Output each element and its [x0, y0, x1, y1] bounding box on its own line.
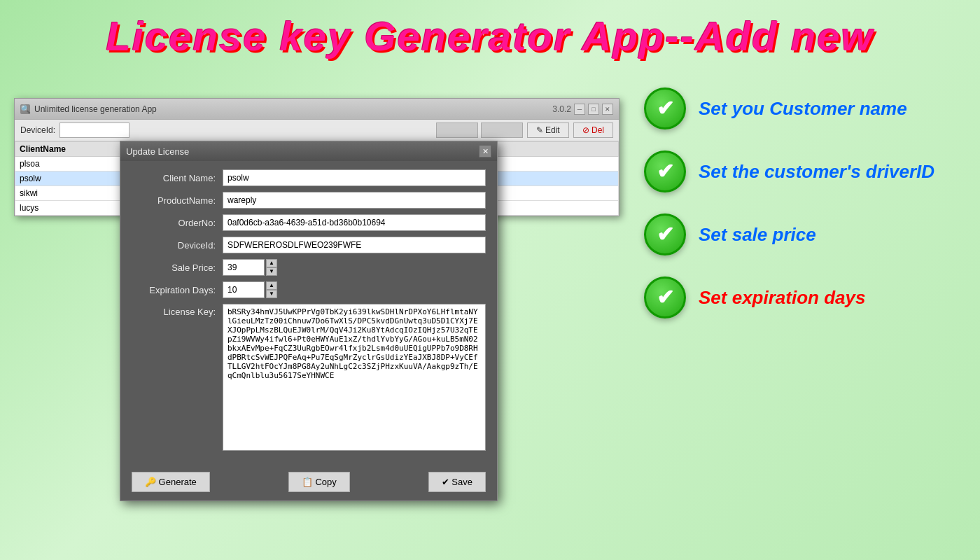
check-circle-1: ✔	[644, 150, 686, 192]
modal-body: Client Name: ProductName: OrderNo:	[120, 161, 497, 465]
modal-close-button[interactable]: ✕	[479, 145, 491, 158]
modal-title-bar: Update License ✕	[120, 141, 497, 161]
client-name-row: Client Name:	[132, 169, 486, 186]
order-no-label: OrderNo:	[132, 218, 223, 228]
license-key-label: License Key:	[132, 304, 223, 317]
expiration-days-input[interactable]	[223, 281, 265, 298]
sale-price-up[interactable]: ▲	[266, 259, 277, 267]
expiration-days-row: Expiration Days: ▲ ▼	[132, 281, 486, 298]
product-name-label: ProductName:	[132, 195, 223, 206]
order-no-row: OrderNo:	[132, 214, 486, 231]
feature-text-3: Set expiration days	[699, 287, 865, 309]
modal-device-id-label: DeviceId:	[132, 240, 223, 251]
product-name-row: ProductName:	[132, 192, 486, 209]
license-key-textarea[interactable]: bRSRy34hmVJ5UwKPPrVg0TbK2yi639lkwSDHlNrD…	[223, 304, 486, 451]
modal-device-id-input[interactable]	[223, 237, 486, 253]
check-mark-1: ✔	[657, 161, 674, 182]
modal-title: Update License	[126, 146, 189, 157]
client-name-label: Client Name:	[132, 173, 223, 183]
modal-overlay: Update License ✕ Client Name: ProductNam…	[15, 99, 619, 216]
sale-price-spinner-buttons: ▲ ▼	[266, 259, 277, 276]
modal-footer: 🔑 Generate 📋 Copy ✔ Save	[120, 465, 497, 500]
sale-price-down[interactable]: ▼	[266, 267, 277, 276]
feature-item: ✔ Set expiration days	[644, 276, 959, 318]
page-title: License key Generator App--Add new	[0, 0, 980, 66]
sale-price-row: Sale Price: ▲ ▼	[132, 259, 486, 276]
expiration-days-spinner: ▲ ▼	[223, 281, 277, 298]
device-id-row: DeviceId:	[132, 237, 486, 253]
copy-button[interactable]: 📋 Copy	[288, 472, 350, 492]
check-circle-3: ✔	[644, 276, 686, 318]
check-mark-2: ✔	[657, 224, 674, 245]
feature-item: ✔ Set you Customer name	[644, 88, 959, 130]
license-key-row: License Key: bRSRy34hmVJ5UwKPPrVg0TbK2yi…	[132, 304, 486, 451]
app-window-area: 🔍 Unlimited license generation App 3.0.2…	[7, 74, 623, 546]
check-circle-2: ✔	[644, 214, 686, 255]
check-mark-0: ✔	[657, 98, 674, 119]
expiration-days-label: Expiration Days:	[132, 285, 223, 295]
generate-button[interactable]: 🔑 Generate	[132, 472, 210, 492]
check-mark-3: ✔	[657, 287, 674, 308]
sale-price-label: Sale Price:	[132, 262, 223, 273]
sale-price-spinner: ▲ ▼	[223, 259, 277, 276]
feature-text-1: Set the customer's driverID	[699, 161, 934, 183]
product-name-input[interactable]	[223, 192, 486, 209]
feature-item: ✔ Set sale price	[644, 214, 959, 255]
expiration-days-spinner-buttons: ▲ ▼	[266, 281, 277, 298]
app-window: 🔍 Unlimited license generation App 3.0.2…	[14, 98, 620, 216]
expiration-days-up[interactable]: ▲	[266, 281, 277, 290]
sale-price-input[interactable]	[223, 259, 265, 276]
feature-text-0: Set you Customer name	[699, 98, 907, 120]
expiration-days-down[interactable]: ▼	[266, 290, 277, 298]
right-panel: ✔ Set you Customer name ✔ Set the custom…	[623, 74, 980, 354]
order-no-input[interactable]	[223, 214, 486, 231]
feature-item: ✔ Set the customer's driverID	[644, 150, 959, 192]
save-button[interactable]: ✔ Save	[428, 472, 486, 492]
client-name-input[interactable]	[223, 169, 486, 186]
check-circle-0: ✔	[644, 88, 686, 130]
update-license-modal: Update License ✕ Client Name: ProductNam…	[120, 141, 498, 501]
feature-text-2: Set sale price	[699, 224, 816, 246]
